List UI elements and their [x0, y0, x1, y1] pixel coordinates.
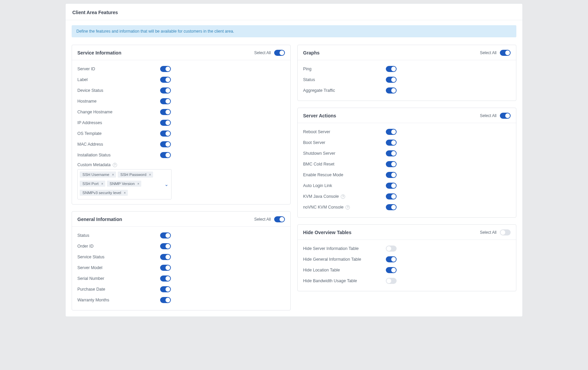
tag-row: SSH Username× SSH Password× SSH Port× SN… [80, 172, 161, 197]
feature-label: IP Addresses [77, 120, 160, 125]
close-icon[interactable]: × [112, 173, 114, 177]
feature-row: Status [77, 230, 285, 241]
feature-row: Service Status [77, 252, 285, 262]
feature-toggle[interactable] [160, 297, 171, 303]
tag: SNMPv3 security level× [80, 190, 128, 196]
feature-toggle[interactable] [160, 141, 171, 147]
feature-toggle[interactable] [160, 286, 171, 292]
panel-title: General Information [77, 217, 122, 222]
info-banner: Define the features and information that… [72, 25, 516, 37]
help-icon[interactable]: ? [113, 163, 117, 167]
feature-toggle[interactable] [386, 129, 397, 135]
feature-row: Server ID [77, 64, 285, 74]
feature-toggle[interactable] [160, 109, 171, 115]
feature-label: Server Model [77, 265, 160, 270]
feature-row: Hide Location Table [303, 265, 511, 275]
select-all-toggle[interactable] [274, 216, 285, 222]
feature-row: KVM Java Console? [303, 191, 511, 202]
select-all-toggle[interactable] [500, 113, 511, 119]
feature-toggle[interactable] [386, 246, 397, 252]
feature-toggle[interactable] [386, 161, 397, 167]
panel-body: Reboot Server Boot Server Shutdown Serve… [298, 123, 516, 217]
feature-row: Status [303, 74, 511, 85]
feature-label: Boot Server [303, 140, 386, 145]
feature-row: Boot Server [303, 137, 511, 148]
panel-graphs: Graphs Select All Ping Status Aggregate … [297, 45, 516, 101]
feature-row: Serial Number [77, 273, 285, 284]
feature-toggle[interactable] [386, 140, 397, 146]
panel-server-actions: Server Actions Select All Reboot Server … [297, 108, 516, 218]
feature-toggle[interactable] [160, 265, 171, 271]
feature-row: Server Model [77, 262, 285, 273]
feature-label: Warranty Months [77, 298, 160, 302]
close-icon[interactable]: × [124, 191, 126, 195]
feature-toggle[interactable] [160, 243, 171, 249]
feature-label: Hide Bandwidth Usage Table [303, 279, 386, 283]
feature-toggle[interactable] [160, 66, 171, 72]
custom-metadata-label: Custom Metadata ? [77, 162, 285, 167]
feature-label: Hide Location Table [303, 268, 386, 272]
help-icon[interactable]: ? [341, 194, 345, 199]
columns: Service Information Select All Server ID… [66, 45, 522, 317]
select-all-toggle[interactable] [500, 50, 511, 56]
feature-toggle[interactable] [386, 150, 397, 156]
feature-toggle[interactable] [160, 232, 171, 238]
feature-toggle[interactable] [160, 254, 171, 260]
feature-row: Auto Login Link [303, 180, 511, 191]
feature-row: Ping [303, 64, 511, 74]
panel-header: Server Actions Select All [298, 108, 516, 123]
panel-header: Service Information Select All [72, 45, 290, 60]
feature-row: Aggregate Traffic [303, 85, 511, 96]
feature-toggle[interactable] [160, 131, 171, 137]
feature-toggle[interactable] [386, 77, 397, 83]
panel-header: Hide Overview Tables Select All [298, 225, 516, 240]
feature-toggle[interactable] [386, 204, 397, 210]
feature-label: OS Template [77, 131, 160, 136]
feature-row: OS Template [77, 128, 285, 139]
feature-label: Auto Login Link [303, 183, 386, 188]
panel-header: General Information Select All [72, 212, 290, 227]
feature-toggle[interactable] [386, 193, 397, 199]
feature-label: Shutdown Server [303, 151, 386, 156]
feature-row: IP Addresses [77, 117, 285, 128]
feature-toggle[interactable] [160, 77, 171, 83]
select-all-group: Select All [480, 229, 511, 235]
close-icon[interactable]: × [101, 182, 103, 186]
left-column: Service Information Select All Server ID… [72, 45, 291, 310]
feature-label: Service Status [77, 255, 160, 259]
close-icon[interactable]: × [137, 182, 139, 186]
feature-toggle[interactable] [160, 87, 171, 94]
metadata-tag-select[interactable]: SSH Username× SSH Password× SSH Port× SN… [77, 169, 172, 199]
feature-toggle[interactable] [160, 275, 171, 282]
feature-toggle[interactable] [386, 256, 397, 262]
chevron-down-icon[interactable]: ⌄ [164, 182, 169, 187]
feature-toggle[interactable] [386, 87, 397, 94]
tag: SSH Port× [80, 181, 105, 187]
close-icon[interactable]: × [149, 173, 151, 177]
feature-row: Shutdown Server [303, 148, 511, 159]
panel-body: Server ID Label Device Status Hostname C… [72, 60, 290, 204]
feature-toggle[interactable] [160, 98, 171, 104]
select-all-group: Select All [480, 113, 511, 119]
feature-toggle[interactable] [386, 172, 397, 178]
feature-label: Status [303, 77, 386, 82]
feature-toggle[interactable] [160, 152, 171, 158]
feature-label: Aggregate Traffic [303, 88, 386, 93]
select-all-toggle[interactable] [500, 229, 511, 235]
feature-label: Hostname [77, 99, 160, 104]
feature-toggle[interactable] [386, 183, 397, 189]
feature-label: Status [77, 233, 160, 238]
client-area-features-container: Client Area Features Define the features… [65, 3, 523, 317]
help-icon[interactable]: ? [345, 205, 350, 210]
feature-label-text: noVNC KVM Console [303, 205, 343, 210]
right-column: Graphs Select All Ping Status Aggregate … [297, 45, 516, 291]
feature-row: Warranty Months [77, 295, 285, 305]
feature-toggle[interactable] [160, 120, 171, 126]
feature-toggle[interactable] [386, 267, 397, 273]
panel-body: Hide Server Information Table Hide Gener… [298, 240, 516, 291]
feature-toggle[interactable] [386, 278, 397, 284]
feature-label: KVM Java Console? [303, 194, 386, 199]
tag-text: SSH Port [82, 182, 99, 186]
select-all-toggle[interactable] [274, 50, 285, 56]
feature-toggle[interactable] [386, 66, 397, 72]
